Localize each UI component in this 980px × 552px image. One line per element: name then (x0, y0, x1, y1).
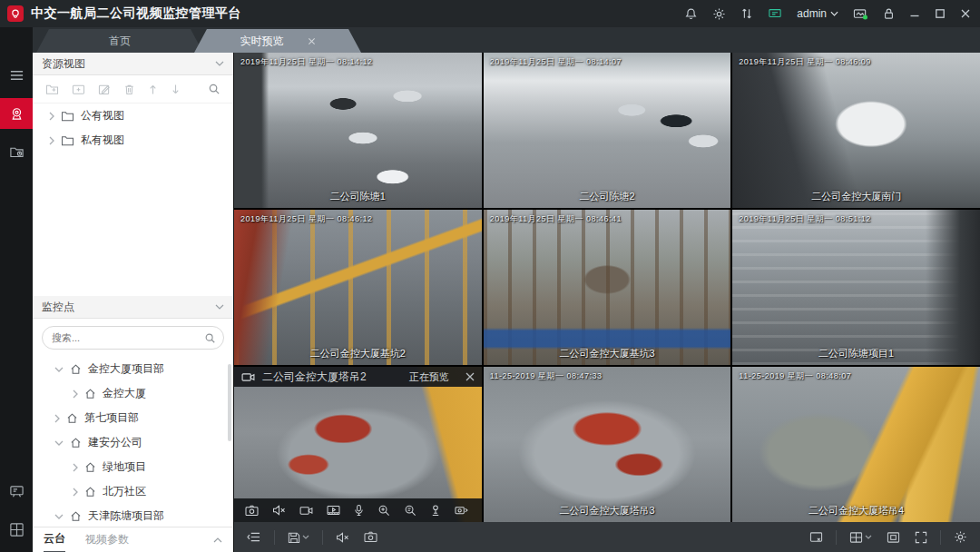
tab-video-params[interactable]: 视频参数 (85, 527, 129, 552)
chevron-down-icon[interactable] (54, 514, 64, 519)
preset-position-icon[interactable] (430, 504, 441, 517)
snapshot-all-icon[interactable] (364, 531, 377, 543)
single-screen-icon[interactable] (887, 531, 900, 544)
search-view-icon[interactable] (208, 83, 220, 95)
collapse-chevron-icon[interactable] (215, 61, 224, 66)
chevron-down-icon (830, 11, 838, 16)
video-tile-1[interactable]: 2019年11月25日 星期一 08:14:12 二公司陈塘1 (234, 53, 482, 208)
add-folder-icon[interactable] (45, 84, 59, 95)
chevron-down-icon (302, 535, 309, 539)
chevron-right-icon[interactable] (49, 136, 54, 145)
tile-timestamp: 2019年11月25日 星期一 08:14:07 (490, 56, 622, 68)
close-all-streams-icon[interactable] (809, 531, 823, 544)
digital-zoom-in-icon[interactable] (377, 504, 390, 517)
tree-item-site[interactable]: 金控大厦 (33, 381, 233, 406)
chevron-down-icon[interactable] (54, 440, 64, 446)
edit-icon[interactable] (98, 84, 111, 95)
search-icon[interactable] (204, 332, 216, 344)
resource-view-header[interactable]: 资源视图 (33, 53, 233, 75)
chevron-right-icon[interactable] (73, 463, 78, 472)
user-menu[interactable]: admin (797, 7, 838, 20)
instant-playback-icon[interactable] (327, 505, 340, 516)
close-button[interactable] (960, 8, 971, 19)
video-tile-3[interactable]: 2019年11月25日 星期一 08:46:09 二公司金控大厦南门 (732, 53, 980, 208)
live-camera-nav-item[interactable] (0, 98, 33, 129)
settings-gear-icon[interactable] (712, 7, 726, 21)
surveillance-app-window: 中交一航局二公司视频监控管理平台 admin 首页 实时预览 (0, 0, 980, 552)
tree-item-label: 金控大厦 (103, 386, 146, 401)
3d-zoom-icon[interactable] (404, 504, 416, 517)
chevron-right-icon[interactable] (49, 112, 54, 121)
mute-all-icon[interactable] (336, 532, 349, 543)
tree-item-site[interactable]: 天津陈塘项目部 (33, 504, 233, 527)
tile-camera-label: 二公司金控大厦基坑3 (484, 347, 731, 360)
video-tile-7-selected[interactable]: 二公司金控大厦塔吊2 正在预览 (234, 367, 482, 522)
delete-trash-icon[interactable] (123, 84, 135, 95)
matrix-grid-icon[interactable] (0, 514, 33, 545)
home-icon (70, 437, 82, 448)
playback-nav-icon[interactable] (0, 136, 33, 167)
tab-home[interactable]: 首页 (36, 29, 203, 53)
close-stream-icon[interactable] (466, 372, 475, 381)
tree-item-site[interactable]: 北万社区 (33, 479, 233, 504)
ptz-switch-icon[interactable] (455, 505, 468, 517)
fullscreen-icon[interactable] (915, 531, 927, 544)
app-logo-icon (7, 5, 24, 22)
monitor-points-header[interactable]: 监控点 (33, 296, 233, 319)
stream-switch-icon[interactable] (740, 7, 753, 20)
tv-wall-icon[interactable] (0, 476, 33, 507)
snapshot-icon[interactable] (245, 505, 259, 517)
wall-monitor-icon[interactable] (768, 7, 782, 20)
capture-status-icon[interactable] (853, 7, 868, 21)
collapse-chevron-icon[interactable] (215, 304, 224, 310)
move-down-icon[interactable] (171, 84, 181, 95)
video-tile-5[interactable]: 2019年11月25日 星期一 08:46:41 二公司金控大厦基坑3 (484, 210, 731, 365)
camera-icon (241, 372, 255, 382)
tree-item-public-views[interactable]: 公有视图 (33, 104, 233, 128)
tile-timestamp: 2019年11月25日 星期一 08:46:09 (739, 56, 870, 68)
preview-settings-gear-icon[interactable] (954, 530, 967, 544)
panel-toggle-icon[interactable] (247, 531, 261, 543)
tree-item-site[interactable]: 第七项目部 (33, 406, 233, 430)
tile-camera-label: 二公司陈塘项目1 (732, 347, 980, 360)
tile-timestamp: 11-25-2019 星期一 08:47:33 (490, 370, 603, 382)
left-panel: 资源视图 公有视图 私有视图 监控点 (33, 53, 234, 552)
bottom-toolbar (234, 522, 980, 552)
video-tile-6[interactable]: 2019年11月25日 星期一 08:51:12 二公司陈塘项目1 (732, 210, 980, 365)
tree-item-site[interactable]: 建安分公司 (33, 430, 233, 455)
tree-item-private-views[interactable]: 私有视图 (33, 128, 233, 153)
save-view-button[interactable] (288, 531, 309, 544)
video-tile-9[interactable]: 11-25-2019 星期一 08:48:07 二公司金控大厦塔吊4 (732, 367, 980, 522)
app-title: 中交一航局二公司视频监控管理平台 (31, 5, 241, 22)
home-icon (84, 486, 96, 498)
menu-list-icon[interactable] (0, 60, 33, 91)
tile-timestamp: 2019年11月25日 星期一 08:46:41 (490, 213, 622, 225)
chevron-up-icon[interactable] (213, 537, 222, 543)
mute-speaker-icon[interactable] (272, 505, 286, 516)
new-view-icon[interactable] (72, 84, 85, 95)
video-tile-2[interactable]: 2019年11月25日 星期一 08:14:07 二公司陈塘2 (484, 53, 731, 208)
move-up-icon[interactable] (148, 84, 158, 95)
tab-ptz[interactable]: 云台 (44, 527, 65, 552)
search-input[interactable] (43, 332, 206, 343)
tree-scrollbar[interactable] (228, 364, 231, 441)
maximize-button[interactable] (935, 8, 946, 19)
tab-close-icon[interactable] (308, 37, 316, 45)
chevron-right-icon[interactable] (73, 488, 78, 497)
talk-mic-icon[interactable] (354, 504, 364, 517)
record-icon[interactable] (299, 506, 313, 516)
tab-live-preview[interactable]: 实时预览 (194, 29, 361, 53)
tree-item-site[interactable]: 绿地项目 (33, 455, 233, 479)
ptz-panel-tabs: 云台 视频参数 (33, 527, 233, 552)
chevron-right-icon[interactable] (73, 389, 78, 399)
chevron-right-icon[interactable] (54, 414, 60, 423)
tree-item-site[interactable]: 金控大厦项目部 (33, 357, 233, 381)
lock-icon[interactable] (883, 7, 895, 20)
tab-home-label: 首页 (109, 34, 131, 49)
video-tile-8[interactable]: 11-25-2019 星期一 08:47:33 二公司金控大厦塔吊3 (484, 367, 731, 522)
chevron-down-icon[interactable] (54, 367, 64, 372)
video-tile-4[interactable]: 2019年11月25日 星期一 08:46:12 二公司金控大厦基坑2 (234, 210, 482, 365)
minimize-button[interactable] (909, 8, 920, 19)
grid-layout-button[interactable] (849, 531, 872, 544)
notification-bell-icon[interactable] (684, 7, 698, 21)
